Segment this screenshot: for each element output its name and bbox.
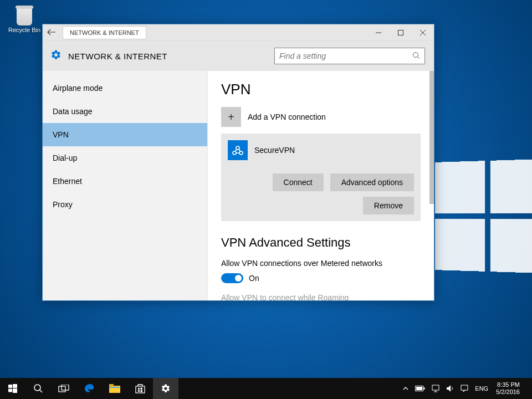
roaming-label-cutoff: Allow VPN to connect while Roaming [221,293,421,300]
scrollbar-thumb[interactable] [429,71,434,204]
start-button[interactable] [0,378,25,399]
search-button[interactable] [25,378,51,399]
vpn-entry[interactable]: SecureVPN Connect Advanced options Remov… [221,134,421,221]
advanced-options-button[interactable]: Advanced options [330,173,414,191]
add-vpn-connection[interactable]: + Add a VPN connection [221,107,421,127]
svg-line-5 [418,57,420,59]
svg-rect-19 [110,387,120,388]
sidebar-item-vpn[interactable]: VPN [43,123,207,146]
svg-rect-22 [141,388,143,390]
plus-icon: + [221,107,241,127]
svg-line-14 [40,390,43,393]
svg-rect-27 [416,387,422,390]
svg-rect-28 [432,385,439,390]
clock-date: 5/2/2016 [496,388,520,396]
svg-rect-11 [8,389,12,392]
sidebar-item-dial-up[interactable]: Dial-up [43,146,207,170]
search-icon [412,52,420,61]
sidebar: Airplane mode Data usage VPN Dial-up Eth… [43,71,207,300]
recycle-bin-icon [13,3,35,25]
svg-point-7 [233,151,236,155]
system-tray: ENG 8:35 PM 5/2/2016 [400,378,532,399]
store-button[interactable] [127,378,153,399]
tray-chevron-icon[interactable] [400,386,412,391]
svg-rect-24 [141,390,143,392]
svg-rect-31 [461,385,468,390]
svg-rect-21 [138,388,140,390]
wallpaper-windows-logo [435,159,532,273]
svg-rect-15 [59,386,65,392]
file-explorer-button[interactable] [102,378,127,399]
clock[interactable]: 8:35 PM 5/2/2016 [492,381,524,396]
svg-rect-17 [109,386,120,393]
svg-rect-26 [424,387,425,390]
header-title: NETWORK & INTERNET [68,52,167,61]
window-tab-label: NETWORK & INTERNET [63,26,146,39]
sidebar-item-ethernet[interactable]: Ethernet [43,170,207,193]
header: NETWORK & INTERNET [43,41,434,71]
recycle-bin[interactable]: Recycle Bin [8,3,41,33]
language-indicator[interactable]: ENG [472,385,492,392]
maximize-button[interactable] [390,24,412,41]
volume-icon[interactable] [443,385,457,392]
edge-browser-button[interactable] [76,378,102,399]
taskbar: ENG 8:35 PM 5/2/2016 [0,378,532,399]
svg-point-13 [34,385,40,391]
gear-icon [50,49,68,63]
svg-point-8 [239,151,243,155]
search-input[interactable] [279,52,412,60]
settings-app-button[interactable] [153,378,178,399]
section-title-vpn: VPN [221,81,421,98]
sidebar-item-data-usage[interactable]: Data usage [43,100,207,123]
clock-time: 8:35 PM [496,381,520,388]
svg-rect-18 [109,384,114,386]
svg-rect-10 [13,384,17,388]
svg-point-4 [413,52,418,57]
svg-rect-9 [8,385,12,388]
metered-label: Allow VPN connections over Metered netwo… [221,259,421,268]
metered-toggle[interactable] [221,273,243,283]
close-button[interactable] [412,24,434,41]
sidebar-item-airplane-mode[interactable]: Airplane mode [43,76,207,100]
settings-window: NETWORK & INTERNET NETWORK & INTERNET [42,24,434,301]
task-view-button[interactable] [51,378,76,399]
metered-toggle-label: On [249,274,259,283]
titlebar[interactable]: NETWORK & INTERNET [43,24,434,41]
desktop-wallpaper: Recycle Bin NETWORK & INTERNET [0,0,532,399]
vpn-icon [228,140,248,160]
action-center-icon[interactable] [457,385,472,392]
search-box[interactable] [274,48,425,64]
vpn-name: SecureVPN [254,146,295,155]
add-vpn-label: Add a VPN connection [248,112,326,121]
svg-rect-12 [13,388,17,393]
remove-button[interactable]: Remove [363,197,414,214]
recycle-bin-label: Recycle Bin [8,27,41,33]
battery-icon[interactable] [412,386,428,391]
minimize-button[interactable] [367,24,390,41]
svg-rect-1 [398,30,403,35]
svg-rect-20 [136,386,145,393]
connect-button[interactable]: Connect [273,173,324,191]
section-title-advanced: VPN Advanced Settings [221,236,421,250]
svg-rect-23 [138,390,140,392]
back-button[interactable] [43,28,60,37]
sidebar-item-proxy[interactable]: Proxy [43,193,207,216]
main-content: VPN + Add a VPN connection SecureVPN Con… [207,71,434,300]
network-icon[interactable] [428,385,443,392]
